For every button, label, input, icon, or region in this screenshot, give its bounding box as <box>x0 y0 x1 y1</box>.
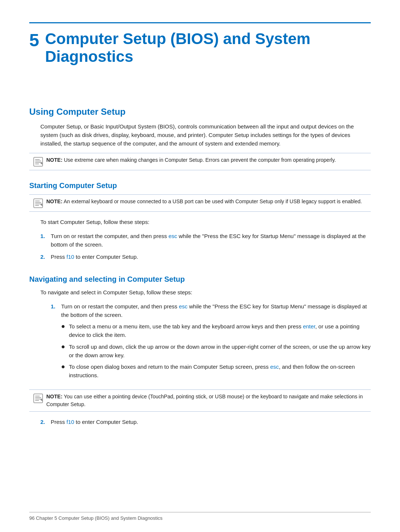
step1-num: 1. <box>40 232 48 240</box>
bullet-3-esc: esc <box>270 364 279 370</box>
note-label-using: NOTE: <box>46 157 63 163</box>
step1-esc: esc <box>169 233 177 239</box>
step2-content: Press f10 to enter Computer Setup. <box>51 252 371 261</box>
nav-step2-num: 2. <box>40 418 48 426</box>
footer-text: 96 Chapter 5 Computer Setup (BIOS) and S… <box>29 515 371 521</box>
bullet-1: ● To select a menu or a menu item, use t… <box>61 322 371 339</box>
step2-f10: f10 <box>67 254 74 260</box>
bullet-2-text: To scroll up and down, click the up arro… <box>69 342 371 360</box>
svg-rect-13 <box>35 399 41 399</box>
step2-num: 2. <box>40 252 48 261</box>
navigating-step-1: 1. Turn on or restart the computer, and … <box>40 302 371 386</box>
navigating-step2-list: 2. Press f10 to enter Computer Setup. <box>40 418 371 426</box>
svg-rect-8 <box>35 204 41 204</box>
svg-rect-9 <box>35 205 39 206</box>
bullet-2: ● To scroll up and down, click the up ar… <box>61 342 371 360</box>
bullet-3-text: To close open dialog boxes and return to… <box>69 362 371 380</box>
bullet-dot-3: ● <box>61 362 65 371</box>
note-text-starting: NOTE: An external keyboard or mouse conn… <box>46 198 362 205</box>
svg-rect-6 <box>35 201 40 201</box>
chapter-number: 5 <box>29 30 39 50</box>
using-computer-setup-heading: Using Computer Setup <box>29 107 371 117</box>
starting-intro: To start Computer Setup, follow these st… <box>40 218 371 226</box>
nav-step1-content: Turn on or restart the computer, and the… <box>61 302 371 319</box>
svg-rect-4 <box>35 164 39 164</box>
note-text-using: NOTE: Use extreme care when making chang… <box>46 156 336 164</box>
starting-computer-setup-heading: Starting Computer Setup <box>29 181 371 190</box>
starting-step-2: 2. Press f10 to enter Computer Setup. <box>40 252 371 261</box>
starting-steps-list: 1. Turn on or restart the computer, and … <box>40 232 371 261</box>
nav-step-2: 2. Press f10 to enter Computer Setup. <box>40 418 371 426</box>
note-box-starting: NOTE: An external keyboard or mouse conn… <box>29 194 371 212</box>
starting-step-1: 1. Turn on or restart the computer, and … <box>40 232 371 249</box>
svg-rect-5 <box>34 199 43 208</box>
svg-rect-11 <box>35 396 40 397</box>
svg-rect-0 <box>34 157 43 166</box>
note-icon-starting <box>33 198 43 208</box>
svg-rect-7 <box>35 202 41 203</box>
note-label-navigating: NOTE: <box>46 394 63 399</box>
svg-rect-2 <box>35 161 41 161</box>
chapter-title: Computer Setup (BIOS) and SystemDiagnost… <box>45 30 310 66</box>
page-container: 5 Computer Setup (BIOS) and SystemDiagno… <box>0 0 400 532</box>
nav-step2-f10: f10 <box>67 419 74 425</box>
chapter-title-block: 5 Computer Setup (BIOS) and SystemDiagno… <box>29 30 371 66</box>
note-icon-navigating <box>33 393 43 404</box>
footer: 96 Chapter 5 Computer Setup (BIOS) and S… <box>29 512 371 521</box>
svg-rect-12 <box>35 397 41 398</box>
navigating-heading: Navigating and selecting in Computer Set… <box>29 275 371 284</box>
note-box-using: NOTE: Use extreme care when making chang… <box>29 153 371 170</box>
navigating-steps-list: 1. Turn on or restart the computer, and … <box>40 302 371 386</box>
svg-rect-1 <box>35 159 40 160</box>
nav-step2-content: Press f10 to enter Computer Setup. <box>51 418 371 426</box>
svg-rect-3 <box>35 162 41 163</box>
note-text-navigating: NOTE: You can use either a pointing devi… <box>46 393 366 408</box>
bullet-1-enter: enter <box>303 323 315 329</box>
bullet-3: ● To close open dialog boxes and return … <box>61 362 371 380</box>
nav-step1-num: 1. <box>51 302 58 311</box>
top-rule <box>29 22 371 23</box>
navigating-intro: To navigate and select in Computer Setup… <box>40 288 371 297</box>
bullet-dot-2: ● <box>61 342 65 351</box>
bullet-dot-1: ● <box>61 322 65 331</box>
using-computer-setup-body: Computer Setup, or Basic Input/Output Sy… <box>40 122 371 148</box>
note-box-navigating: NOTE: You can use either a pointing devi… <box>29 389 371 412</box>
step1-content: Turn on or restart the computer, and the… <box>51 232 371 249</box>
bullet-1-text: To select a menu or a menu item, use the… <box>69 322 371 339</box>
note-label-starting: NOTE: <box>46 198 63 204</box>
svg-rect-14 <box>35 400 39 401</box>
nav-bullet-list: ● To select a menu or a menu item, use t… <box>61 322 371 383</box>
note-icon-using <box>33 157 43 167</box>
nav-step1-esc: esc <box>179 303 187 310</box>
footer-rule <box>29 512 371 512</box>
svg-rect-10 <box>34 394 43 403</box>
